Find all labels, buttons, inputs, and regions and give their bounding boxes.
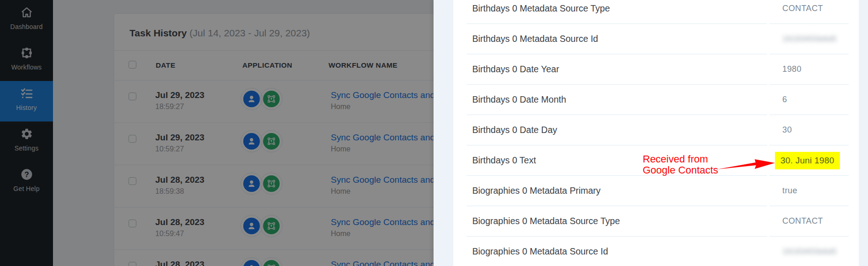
field-label: Birthdays 0 Date Year <box>467 54 767 85</box>
field-value: CONTACT <box>782 4 823 13</box>
field-label: Birthdays 0 Metadata Source Id <box>467 24 767 54</box>
field-label: Biographies 0 Metadata Source Type <box>467 206 767 237</box>
annotation-line2: Google Contacts <box>643 165 718 176</box>
response-field-list: Birthdays 0 Metadata Source TypeCONTACTB… <box>467 0 849 266</box>
field-value: true <box>782 186 798 196</box>
panel-scrollbar-track <box>859 0 868 266</box>
response-field-row: Birthdays 0 Date Day30 <box>467 115 849 145</box>
task-detail-panel: Birthdays 0 Metadata Source TypeCONTACTB… <box>434 0 868 266</box>
field-value-redacted: 19193455b6d5 <box>782 35 837 44</box>
field-label: Birthdays 0 Date Month <box>467 85 767 115</box>
response-field-row: Biographies 0 Metadata Primarytrue <box>467 176 849 206</box>
modal-backdrop[interactable] <box>0 0 434 266</box>
field-label: Biographies 0 Metadata Primary <box>467 176 767 206</box>
field-value: CONTACT <box>782 216 823 226</box>
panel-left-gutter <box>434 0 453 266</box>
response-field-row: Biographies 0 Metadata Source Id19193455… <box>467 237 849 266</box>
field-label: Biographies 0 Metadata Source Id <box>467 237 767 266</box>
response-field-row: Biographies 0 Metadata Source TypeCONTAC… <box>467 206 849 237</box>
annotation-line1: Received from <box>643 154 718 165</box>
response-field-row: Birthdays 0 Metadata Source Id19193455b6… <box>467 24 849 54</box>
annotation-text: Received from Google Contacts <box>643 154 718 176</box>
field-value-redacted: 19193455b6d5 <box>782 247 837 256</box>
field-value-highlighted: 30. Juni 1980 <box>775 152 840 169</box>
field-label: Birthdays 0 Metadata Source Type <box>467 0 767 24</box>
field-label: Birthdays 0 Date Day <box>467 115 767 145</box>
response-field-row: Birthdays 0 Metadata Source TypeCONTACT <box>467 0 849 24</box>
field-value: 30 <box>782 125 792 135</box>
field-value: 6 <box>782 95 787 104</box>
response-field-row: Birthdays 0 Date Month6 <box>467 85 849 115</box>
response-field-row: Birthdays 0 Date Year1980 <box>467 54 849 85</box>
field-value: 1980 <box>782 64 802 74</box>
annotation-arrow-icon <box>717 158 777 171</box>
